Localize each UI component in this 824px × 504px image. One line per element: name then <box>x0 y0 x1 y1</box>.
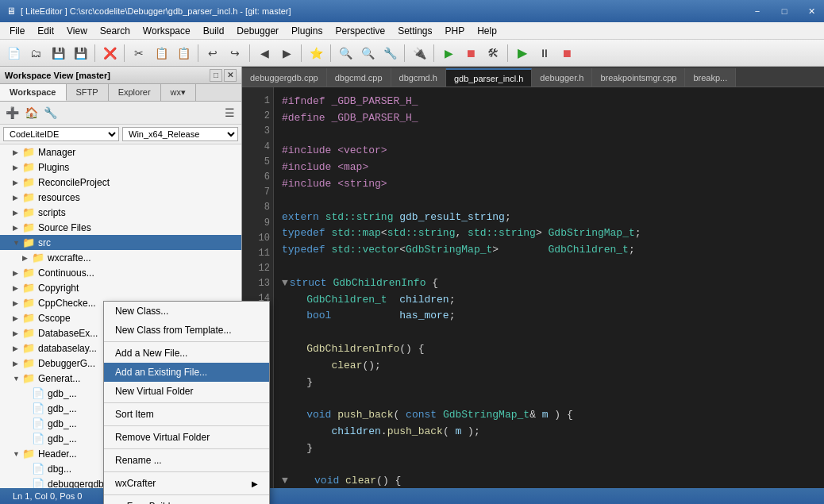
save-all-button[interactable]: 💾 <box>70 43 90 63</box>
tree-item-sourcefiles[interactable]: ▶ 📁 Source Files <box>0 220 241 235</box>
workspace-close-button[interactable]: ✕ <box>224 69 237 82</box>
editor-tab-debuggergdb-cpp[interactable]: debuggergdb.cpp <box>242 68 327 87</box>
tree-item-scripts[interactable]: ▶ 📁 scripts <box>0 205 241 220</box>
code-content[interactable]: #ifndef _GDB_PARSER_H_ #define _GDB_PARS… <box>274 87 824 488</box>
tree-item-continuous[interactable]: ▶ 📁 Continuous... <box>0 265 241 280</box>
open-button[interactable]: 🗂 <box>25 43 46 63</box>
tab-explorer[interactable]: Explorer <box>109 84 161 101</box>
menu-debugger[interactable]: Debugger <box>230 24 285 38</box>
tree-arrow-header: ▼ <box>13 450 22 458</box>
menu-view[interactable]: View <box>60 24 94 38</box>
tree-arrow-sourcefiles: ▶ <box>13 224 22 232</box>
ctx-add-new-file[interactable]: Add a New File... <box>104 344 269 363</box>
save-button[interactable]: 💾 <box>48 43 68 63</box>
tree-label: CppChecke... <box>38 298 96 309</box>
workspace-tabs: Workspace SFTP Explorer wx▾ <box>0 84 241 102</box>
ctx-sort-item[interactable]: Sort Item <box>104 405 269 424</box>
maximize-button[interactable]: □ <box>772 0 797 22</box>
build-config-selector[interactable]: Win_x64_Release <box>122 127 238 141</box>
menu-edit[interactable]: Edit <box>31 24 60 38</box>
tree-arrow-reconcile: ▶ <box>13 179 22 187</box>
ctx-rename[interactable]: Rename ... <box>104 451 269 470</box>
new-file-button[interactable]: 📄 <box>3 43 24 63</box>
ctx-remove-virtual-folder[interactable]: Remove Virtual Folder <box>104 428 269 447</box>
menu-file[interactable]: File <box>3 24 31 38</box>
bookmark-button[interactable]: ⭐ <box>306 43 326 63</box>
ws-add-button[interactable]: ➕ <box>3 104 21 121</box>
settings-button[interactable]: 🔧 <box>379 43 400 63</box>
minimize-button[interactable]: − <box>745 0 770 22</box>
folder-icon: 📁 <box>22 282 35 294</box>
tab-label: dbgcmd.cpp <box>335 73 383 83</box>
editor-tab-gdb-parser[interactable]: gdb_parser_incl.h <box>446 68 532 87</box>
undo-button[interactable]: ↩ <box>202 43 223 63</box>
tree-label: gdb_... <box>48 433 77 444</box>
ctx-wxformbuilder[interactable]: wxFormBuilder ▶ <box>104 497 269 504</box>
menu-build[interactable]: Build <box>197 24 231 38</box>
copy-button[interactable]: 📋 <box>151 43 171 63</box>
tree-item-copyright[interactable]: ▶ 📁 Copyright <box>0 280 241 295</box>
workspace-selector[interactable]: CodeLiteIDE <box>3 127 119 141</box>
editor-tab-debugger-h[interactable]: debugger.h <box>532 68 592 87</box>
ctx-label: Add an Existing File... <box>115 367 207 378</box>
file-icon: 📄 <box>32 478 44 488</box>
ctx-wxcrafter[interactable]: wxCrafter ▶ <box>104 474 269 493</box>
tree-label: wxcrafte... <box>48 252 91 264</box>
redo-button[interactable]: ↪ <box>225 43 245 63</box>
tab-sftp[interactable]: SFTP <box>67 84 109 101</box>
tree-label: Continuous... <box>38 267 94 279</box>
menu-search[interactable]: Search <box>94 24 137 38</box>
menu-settings[interactable]: Settings <box>391 24 438 38</box>
tree-item-reconcile[interactable]: ▶ 📁 ReconcileProject <box>0 175 241 190</box>
folder-icon: 📁 <box>22 357 35 369</box>
back-button[interactable]: ◀ <box>254 43 275 63</box>
tree-item-wxcrafter[interactable]: ▶ 📁 wxcrafte... <box>0 250 241 265</box>
clean-button[interactable]: 🛠 <box>483 43 503 63</box>
ctx-label: wxCrafter <box>115 478 156 489</box>
close-button[interactable]: ❌ <box>99 43 120 63</box>
ctx-add-existing-file[interactable]: Add an Existing File... <box>104 363 269 382</box>
tree-label: Plugins <box>38 162 69 173</box>
stop-button[interactable]: ⏹ <box>556 43 577 63</box>
toolbar: 📄 🗂 💾 💾 ❌ ✂ 📋 📋 ↩ ↪ ◀ ▶ ⭐ 🔍 🔍 🔧 🔌 ▶ ⏹ 🛠 … <box>0 40 824 67</box>
ws-settings-button[interactable]: 🔧 <box>41 104 59 121</box>
editor-tabs: debuggergdb.cpp dbgcmd.cpp dbgcmd.h gdb_… <box>242 67 824 87</box>
paste-button[interactable]: 📋 <box>173 43 194 63</box>
editor-tab-dbgcmd-h[interactable]: dbgcmd.h <box>391 68 446 87</box>
ctx-new-class[interactable]: New Class... <box>104 302 269 321</box>
tree-item-manager[interactable]: ▶ 📁 Manager <box>0 144 241 160</box>
folder-icon: 📁 <box>22 342 35 354</box>
code-area[interactable]: 12345 678910 1112131415 1617181920 21222… <box>242 87 824 488</box>
tree-item-plugins[interactable]: ▶ 📁 Plugins <box>0 160 241 175</box>
forward-button[interactable]: ▶ <box>276 43 297 63</box>
workspace-expand-button[interactable]: □ <box>210 69 222 82</box>
menu-php[interactable]: PHP <box>439 24 472 38</box>
tree-label: resources <box>38 192 80 203</box>
tree-item-resources[interactable]: ▶ 📁 resources <box>0 190 241 205</box>
ws-home-button[interactable]: 🏠 <box>22 104 40 121</box>
tree-label: Copyright <box>38 283 79 294</box>
tab-wx[interactable]: wx▾ <box>161 84 196 101</box>
find-replace-button[interactable]: 🔍 <box>357 43 378 63</box>
ws-layout-button[interactable]: ☰ <box>221 104 238 121</box>
ctx-new-class-template[interactable]: New Class from Template... <box>104 321 269 340</box>
editor-tab-breakp[interactable]: breakp... <box>685 68 736 87</box>
run-button[interactable]: ▶ <box>512 43 533 63</box>
stop-build-button[interactable]: ⏹ <box>460 43 481 63</box>
menu-help[interactable]: Help <box>471 24 503 38</box>
menu-workspace[interactable]: Workspace <box>137 24 197 38</box>
editor-tab-dbgcmd-cpp[interactable]: dbgcmd.cpp <box>327 68 391 87</box>
cut-button[interactable]: ✂ <box>129 43 149 63</box>
find-button[interactable]: 🔍 <box>335 43 356 63</box>
pause-button[interactable]: ⏸ <box>534 43 555 63</box>
ctx-new-virtual-folder[interactable]: New Virtual Folder <box>104 382 269 401</box>
plugin-button[interactable]: 🔌 <box>409 43 429 63</box>
tree-item-src[interactable]: ▼ 📁 src <box>0 235 241 250</box>
tab-workspace[interactable]: Workspace <box>0 84 67 101</box>
menu-perspective[interactable]: Perspective <box>329 24 391 38</box>
close-button[interactable]: ✕ <box>799 0 824 22</box>
menu-plugins[interactable]: Plugins <box>285 24 329 38</box>
editor-tab-breakpoints[interactable]: breakpointsmgr.cpp <box>592 68 685 87</box>
tree-label: dbg... <box>48 464 71 475</box>
build-button[interactable]: ▶ <box>438 43 459 63</box>
